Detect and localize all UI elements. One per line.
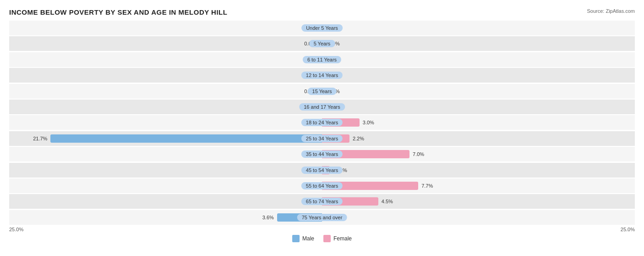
row-label: 5 Years: [309, 40, 335, 47]
female-value: 7.7%: [421, 183, 433, 189]
row-label: 55 to 64 Years: [301, 182, 343, 189]
table-row: 0.0%0.0%15 Years: [9, 84, 635, 99]
legend-female: Female: [323, 235, 352, 242]
chart-container: INCOME BELOW POVERTY BY SEX AND AGE IN M…: [0, 0, 644, 256]
row-label: 75 Years and over: [297, 214, 347, 221]
table-row: 0.0%3.0%18 to 24 Years: [9, 115, 635, 130]
male-value: 21.7%: [33, 136, 47, 141]
female-value: 4.5%: [382, 199, 393, 204]
legend: Male Female: [9, 235, 635, 242]
row-label: 16 and 17 Years: [299, 103, 345, 111]
legend-male-label: Male: [302, 235, 314, 242]
source-label: Source: ZipAtlas.com: [587, 8, 635, 14]
axis-left: 25.0%: [9, 227, 23, 232]
table-row: 0.0%0.0%5 Years: [9, 36, 635, 51]
table-row: 21.7%2.2%25 to 34 Years: [9, 131, 635, 146]
row-label: 18 to 24 Years: [301, 119, 343, 126]
axis-right: 25.0%: [621, 227, 635, 232]
rows-container: 0.0%0.0%Under 5 Years0.0%0.0%5 Years0.0%…: [9, 21, 635, 225]
male-value: 3.6%: [262, 215, 274, 220]
axis-labels: 25.0% 25.0%: [9, 227, 635, 232]
row-label: Under 5 Years: [301, 24, 343, 32]
chart-title: INCOME BELOW POVERTY BY SEX AND AGE IN M…: [9, 8, 635, 16]
legend-female-label: Female: [333, 235, 352, 242]
row-label: 65 to 74 Years: [301, 198, 343, 205]
row-label: 6 to 11 Years: [303, 56, 341, 63]
male-bar: [50, 134, 322, 143]
table-row: 0.0%7.7%55 to 64 Years: [9, 178, 635, 193]
table-row: 0.0%7.0%35 to 44 Years: [9, 147, 635, 161]
female-value: 2.2%: [353, 136, 364, 141]
table-row: 0.0%0.0%Under 5 Years: [9, 21, 635, 35]
table-row: 0.0%0.0%6 to 11 Years: [9, 52, 635, 67]
table-row: 0.0%0.61%45 to 54 Years: [9, 163, 635, 178]
table-row: 3.6%0.0%75 Years and over: [9, 210, 635, 225]
row-label: 25 to 34 Years: [301, 135, 343, 142]
row-label: 12 to 14 Years: [301, 72, 343, 79]
female-value: 3.0%: [363, 120, 374, 125]
row-label: 45 to 54 Years: [301, 167, 343, 174]
legend-female-color: [323, 235, 331, 242]
row-label: 35 to 44 Years: [301, 150, 343, 158]
legend-male-color: [292, 235, 300, 242]
table-row: 0.0%0.0%12 to 14 Years: [9, 68, 635, 83]
legend-male: Male: [292, 235, 314, 242]
chart-area: 0.0%0.0%Under 5 Years0.0%0.0%5 Years0.0%…: [9, 21, 635, 241]
female-value: 7.0%: [413, 151, 424, 157]
table-row: 0.0%4.5%65 to 74 Years: [9, 194, 635, 209]
table-row: 0.0%0.0%16 and 17 Years: [9, 100, 635, 114]
row-label: 15 Years: [308, 88, 337, 95]
